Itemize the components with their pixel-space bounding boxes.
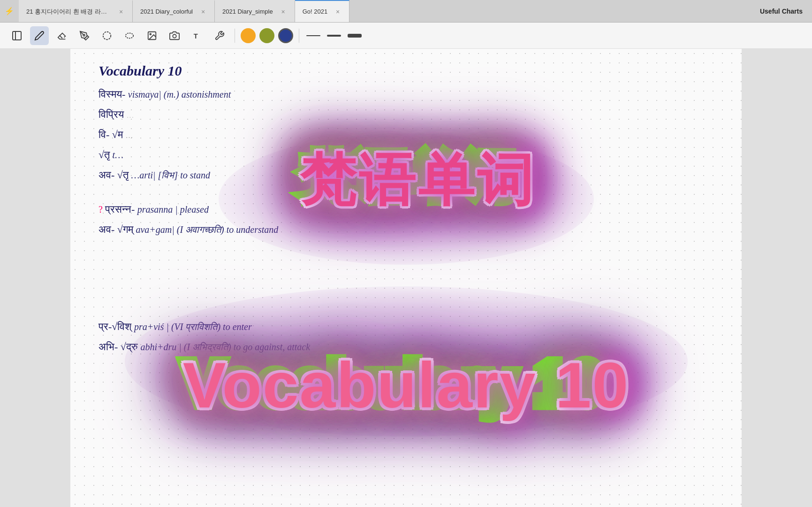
svg-point-2 (83, 34, 85, 36)
tab-2-label: 2021 Diary_colorful (140, 8, 193, 15)
line-medium-button[interactable] (326, 28, 342, 43)
useful-charts-tab[interactable]: Useful Charts (751, 0, 812, 22)
useful-charts-label: Useful Charts (760, 8, 803, 15)
separator-1 (235, 29, 235, 43)
toolbar: T (0, 23, 812, 49)
vocab-title: Vocabulary 10 (99, 63, 713, 79)
toggle-panel-button[interactable] (8, 26, 26, 45)
main-area: Vocabulary 10 विस्मय- vismaya| (m.) asto… (0, 49, 812, 507)
right-gutter (742, 49, 812, 507)
line-thin-button[interactable] (305, 28, 322, 43)
text-button[interactable]: T (188, 26, 206, 45)
more-tools-button[interactable] (210, 26, 229, 45)
handwritten-content: Vocabulary 10 विस्मय- vismaya| (m.) asto… (70, 49, 742, 507)
tab-4[interactable]: Go! 2021 × (295, 0, 350, 22)
svg-rect-0 (13, 31, 21, 40)
tab-1-label: 21 홍지다이어리 흰 배경 라이트 [… (26, 8, 111, 16)
svg-point-3 (103, 31, 111, 39)
vocab-overlay-bottom: Vocabulary 10 (183, 348, 630, 422)
vocab-line-1: विस्मय- vismaya| (m.) astonishment (99, 86, 713, 102)
color-dark-blue[interactable] (278, 28, 293, 43)
pen-button[interactable] (30, 26, 49, 45)
line-thick-button[interactable] (346, 28, 363, 43)
shape-button[interactable] (98, 26, 116, 45)
tab-1-close[interactable]: × (117, 8, 125, 15)
svg-point-6 (150, 33, 151, 35)
separator-2 (299, 29, 299, 43)
image-button[interactable] (143, 26, 161, 45)
left-gutter (0, 49, 70, 507)
tab-2[interactable]: 2021 Diary_colorful × (133, 0, 215, 22)
bluetooth-icon: ⚡ (0, 0, 19, 22)
highlighter-button[interactable] (75, 26, 94, 45)
tab-4-close[interactable]: × (334, 8, 341, 15)
camera-button[interactable] (165, 26, 184, 45)
tab-3[interactable]: 2021 Diary_simple × (215, 0, 295, 22)
eraser-button[interactable] (53, 26, 71, 45)
tab-3-close[interactable]: × (280, 8, 287, 15)
tab-4-label: Go! 2021 (303, 8, 328, 15)
color-olive[interactable] (259, 28, 274, 43)
svg-point-4 (126, 33, 134, 38)
vocab-line-2: विप्रिय … (99, 107, 713, 122)
color-orange[interactable] (241, 28, 256, 43)
tab-2-close[interactable]: × (199, 8, 207, 15)
svg-point-7 (173, 34, 176, 38)
lasso-button[interactable] (120, 26, 139, 45)
tab-1[interactable]: 21 홍지다이어리 흰 배경 라이트 [… × (19, 0, 133, 22)
svg-text:T: T (194, 32, 198, 39)
tab-bar: ⚡ 21 홍지다이어리 흰 배경 라이트 [… × 2021 Diary_col… (0, 0, 812, 23)
tab-3-label: 2021 Diary_simple (222, 8, 273, 15)
chinese-text-overlay: 梵语单词 (300, 143, 536, 219)
